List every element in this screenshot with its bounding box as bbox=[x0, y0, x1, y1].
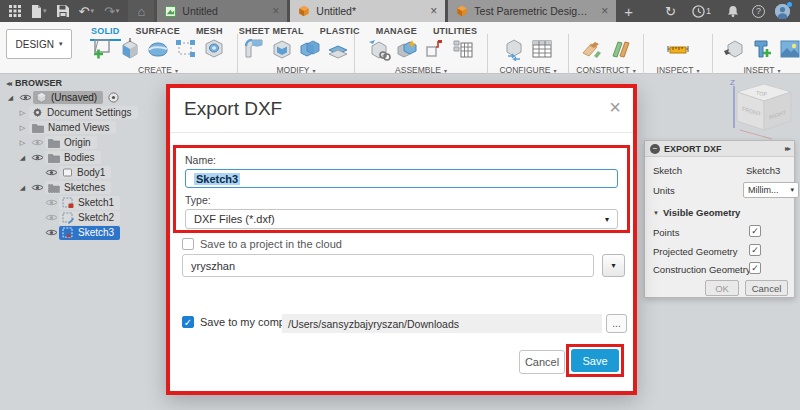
dialog-close-icon[interactable]: × bbox=[609, 96, 621, 119]
tree-expand-icon[interactable]: ◢ bbox=[4, 94, 17, 102]
workspace-selector[interactable]: DESIGN▾ bbox=[6, 29, 72, 59]
hole-icon[interactable] bbox=[202, 37, 227, 62]
insert-mcmaster-icon[interactable] bbox=[750, 37, 775, 62]
shell-icon[interactable] bbox=[270, 37, 295, 62]
revolve-icon[interactable] bbox=[146, 37, 171, 62]
palette-cancel-button[interactable]: Cancel bbox=[745, 280, 788, 296]
project-dropdown-button[interactable]: ▾ bbox=[602, 254, 625, 277]
eye-icon[interactable] bbox=[17, 93, 33, 102]
group-label-construct[interactable]: CONSTRUCT▾ bbox=[576, 65, 635, 75]
construct-offset-plane-icon[interactable] bbox=[608, 37, 633, 62]
tree-expand-icon[interactable]: ◢ bbox=[16, 154, 29, 162]
save-button[interactable]: Save bbox=[571, 349, 619, 372]
sync-status-icon[interactable]: ↻ bbox=[662, 0, 679, 22]
help-icon[interactable]: ? bbox=[752, 5, 765, 18]
eye-icon[interactable] bbox=[43, 168, 59, 177]
tree-row-sketch2[interactable]: Sketch2 bbox=[0, 210, 166, 225]
eye-off-icon[interactable] bbox=[29, 138, 45, 147]
eye-off-icon[interactable] bbox=[43, 198, 59, 207]
palette-header[interactable]: − EXPORT DXF ▸▸ bbox=[645, 141, 794, 157]
eye-icon[interactable] bbox=[29, 183, 45, 192]
save-icon[interactable] bbox=[54, 0, 72, 22]
tree-expand-icon[interactable]: ◢ bbox=[16, 184, 29, 192]
tree-row-body1[interactable]: Body1 bbox=[0, 165, 166, 180]
file-menu-button[interactable]: ▾ bbox=[28, 0, 50, 22]
joint-icon[interactable] bbox=[395, 37, 420, 62]
tree-item[interactable]: Named Views bbox=[29, 121, 116, 134]
notifications-bell-icon[interactable] bbox=[724, 0, 742, 22]
redo-button[interactable]: ↷▾ bbox=[101, 0, 122, 22]
undo-button[interactable]: ↶▾ bbox=[76, 0, 97, 22]
tree-expand-icon[interactable]: ▷ bbox=[16, 109, 29, 117]
tree-item[interactable]: Origin bbox=[45, 136, 97, 149]
create-sketch-icon[interactable] bbox=[90, 37, 115, 62]
eye-off-icon[interactable] bbox=[43, 213, 59, 222]
tree-item[interactable]: Bodies bbox=[45, 151, 101, 164]
split-body-icon[interactable] bbox=[326, 37, 351, 62]
new-component-icon[interactable] bbox=[367, 37, 392, 62]
group-label-modify[interactable]: MODIFY▾ bbox=[276, 65, 315, 75]
group-label-assemble[interactable]: ASSEMBLE▾ bbox=[395, 65, 447, 75]
tree-row-named-views[interactable]: ▷ Named Views bbox=[0, 120, 166, 135]
pattern-table-icon[interactable] bbox=[451, 37, 476, 62]
user-avatar[interactable] bbox=[775, 4, 790, 19]
group-label-configure[interactable]: CONFIGURE▾ bbox=[499, 65, 556, 75]
configure-icon[interactable] bbox=[502, 37, 527, 62]
tree-item-selected[interactable]: Sketch3 bbox=[59, 226, 120, 240]
collapse-palette-icon[interactable]: ▸▸ bbox=[785, 144, 789, 153]
measure-icon[interactable] bbox=[666, 37, 691, 62]
units-dropdown[interactable]: Millim...▾ bbox=[743, 182, 799, 198]
tree-row-sketch1[interactable]: Sketch1 bbox=[0, 195, 166, 210]
cancel-button[interactable]: Cancel bbox=[519, 350, 565, 374]
combine-icon[interactable] bbox=[298, 37, 323, 62]
tree-item[interactable]: Sketch1 bbox=[59, 196, 120, 210]
tree-expand-icon[interactable]: ▷ bbox=[16, 124, 29, 132]
document-tab-untitled-active[interactable]: Untitled* × bbox=[290, 0, 445, 22]
eye-icon[interactable] bbox=[43, 228, 59, 237]
computer-checkbox[interactable]: ✓ bbox=[182, 316, 194, 328]
tree-item[interactable]: Body1 bbox=[59, 166, 111, 179]
tree-expand-icon[interactable]: ▷ bbox=[16, 139, 29, 147]
name-input[interactable]: Sketch3 bbox=[185, 169, 618, 188]
cloud-checkbox[interactable] bbox=[182, 238, 194, 250]
group-label-insert[interactable]: INSERT▾ bbox=[743, 65, 780, 75]
document-tab-untitled[interactable]: Untitled × bbox=[157, 0, 287, 22]
points-checkbox[interactable]: ✓ bbox=[749, 225, 761, 237]
group-label-inspect[interactable]: INSPECT▾ bbox=[657, 65, 700, 75]
job-status-icon[interactable]: 1 bbox=[689, 0, 714, 22]
activate-component-radio[interactable] bbox=[108, 92, 119, 103]
visible-geometry-section[interactable]: ▼ Visible Geometry bbox=[653, 207, 786, 218]
browse-button[interactable]: ... bbox=[606, 314, 627, 333]
construct-plane-icon[interactable] bbox=[580, 37, 605, 62]
type-dropdown[interactable]: DXF Files (*.dxf) ▾ bbox=[185, 209, 618, 229]
tree-item[interactable]: Sketch2 bbox=[59, 211, 120, 225]
palette-minus-icon[interactable]: − bbox=[650, 144, 660, 154]
app-grid-icon[interactable] bbox=[6, 0, 24, 22]
new-tab-button[interactable]: + bbox=[616, 0, 641, 22]
tree-row-origin[interactable]: ▷ Origin bbox=[0, 135, 166, 150]
group-label-create[interactable]: CREATE▾ bbox=[138, 65, 178, 75]
tree-row-root[interactable]: ◢ (Unsaved) bbox=[0, 90, 166, 105]
eye-icon[interactable] bbox=[29, 153, 45, 162]
tree-item-root[interactable]: (Unsaved) bbox=[33, 91, 103, 104]
close-tab-icon[interactable]: × bbox=[430, 4, 437, 18]
document-tab-test-parametric[interactable]: Test Paremetric Design*(1) × bbox=[448, 0, 616, 22]
projected-geometry-checkbox[interactable]: ✓ bbox=[749, 244, 761, 256]
form-icon[interactable] bbox=[174, 37, 199, 62]
construction-geometry-checkbox[interactable]: ✓ bbox=[749, 262, 761, 274]
close-tab-icon[interactable]: × bbox=[601, 4, 608, 18]
configuration-table-icon[interactable] bbox=[530, 37, 555, 62]
joint-origin-icon[interactable] bbox=[423, 37, 448, 62]
palette-ok-button[interactable]: OK bbox=[705, 280, 739, 296]
tree-row-document-settings[interactable]: ▷ Document Settings bbox=[0, 105, 166, 120]
extrude-icon[interactable] bbox=[118, 37, 143, 62]
collapse-panel-icon[interactable]: ◂◂ bbox=[6, 79, 10, 88]
canvas-image-icon[interactable] bbox=[778, 37, 800, 62]
tree-row-bodies[interactable]: ◢ Bodies bbox=[0, 150, 166, 165]
save-path-field[interactable]: /Users/sansyzbajyryszan/Downloads bbox=[282, 314, 602, 333]
close-tab-icon[interactable]: × bbox=[272, 4, 279, 18]
tree-row-sketches[interactable]: ◢ Sketches bbox=[0, 180, 166, 195]
tree-item[interactable]: Sketches bbox=[45, 181, 111, 194]
project-input[interactable]: yryszhan bbox=[182, 254, 594, 277]
home-icon[interactable]: ⌂ bbox=[128, 0, 154, 22]
